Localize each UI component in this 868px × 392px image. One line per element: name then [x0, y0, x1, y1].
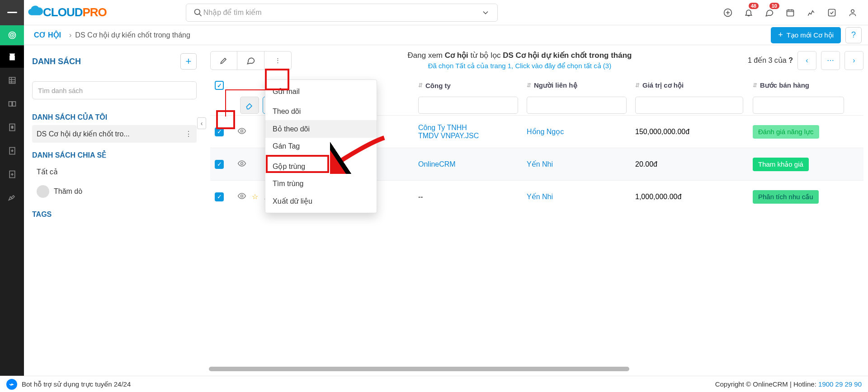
- filter-congty[interactable]: [418, 97, 518, 114]
- comment-tool[interactable]: [237, 51, 264, 70]
- eye-icon[interactable]: [237, 191, 246, 202]
- annotation-line-v: [225, 89, 226, 117]
- breadcrumb-sep: ›: [69, 31, 71, 39]
- rail-money-icon[interactable]: $: [0, 46, 24, 68]
- svg-rect-9: [9, 77, 15, 83]
- plus-circle-icon[interactable]: [722, 7, 733, 18]
- svg-rect-10: [9, 102, 12, 106]
- rail-compare-icon[interactable]: [0, 93, 24, 115]
- row-checkbox[interactable]: ✓: [215, 192, 224, 201]
- menu-follow[interactable]: Theo dõi: [265, 103, 377, 120]
- bell-badge: 48: [749, 3, 759, 9]
- help-button[interactable]: ?: [845, 27, 862, 43]
- sidebar-section-mine: DANH SÁCH CỦA TÔI: [32, 113, 197, 121]
- rail-target-icon[interactable]: [0, 25, 24, 45]
- select-all-link[interactable]: Đã chọn Tất cả của trang 1, Click vào đâ…: [292, 62, 748, 70]
- chat-badge: 10: [769, 3, 779, 9]
- sidebar-item-all[interactable]: Tất cả: [32, 163, 197, 181]
- footer-left: Bot hỗ trợ sử dụng trực tuyến 24/24: [22, 380, 131, 388]
- prev-page[interactable]: ‹: [797, 51, 816, 70]
- body: $ $ DANH SÁCH+ DANH SÁCH CỦA TÔI DS Cơ h…: [0, 45, 868, 376]
- page-options[interactable]: ⋯: [821, 51, 840, 70]
- breadcrumb-row: CƠ HỘI › DS Cơ hội dự kiến chốt trong th…: [0, 25, 868, 45]
- bell-icon[interactable]: 48: [743, 7, 754, 18]
- row-stage: Tham khảo giá: [753, 158, 809, 171]
- sidebar-section-shared: DANH SÁCH CHIA SẺ: [32, 151, 197, 159]
- calendar-icon[interactable]: [785, 7, 796, 18]
- svg-point-17: [241, 162, 243, 164]
- annotation-arrow: [330, 133, 389, 174]
- svg-point-7: [12, 35, 13, 36]
- sidebar-search[interactable]: [32, 81, 197, 99]
- range-text: 1 đến 3 của ?: [748, 56, 793, 65]
- chat-icon[interactable]: 10: [764, 7, 775, 18]
- row-company[interactable]: OnlineCRM: [418, 160, 527, 168]
- rail-upload-icon[interactable]: [0, 163, 24, 185]
- footer: Bot hỗ trợ sử dụng trực tuyến 24/24 Copy…: [0, 376, 868, 392]
- header-right: 1 đến 3 của ? ‹ ⋯ ›: [748, 51, 863, 70]
- select-all-checkbox[interactable]: ✓: [215, 81, 224, 90]
- sort-icon[interactable]: ⇵: [527, 82, 531, 89]
- svg-rect-3: [829, 9, 835, 16]
- filter-lienhe[interactable]: [527, 97, 627, 114]
- star-icon[interactable]: ☆: [252, 192, 258, 201]
- messenger-icon[interactable]: [6, 379, 17, 390]
- add-list-button[interactable]: +: [180, 53, 197, 70]
- logo[interactable]: CLOUDPRO: [28, 5, 107, 20]
- next-page[interactable]: ›: [844, 51, 863, 70]
- row-contact[interactable]: Hồng Ngọc: [527, 127, 635, 136]
- topbar: CLOUDPRO 48 10: [0, 0, 868, 25]
- rail-download-icon[interactable]: [0, 140, 24, 162]
- chevron-down-icon[interactable]: [480, 7, 491, 18]
- more-tool[interactable]: ⋮: [264, 51, 292, 70]
- sort-icon[interactable]: ⇵: [635, 82, 640, 89]
- eye-icon[interactable]: [237, 126, 246, 137]
- row-value: 1,000,000.00đ: [635, 193, 753, 201]
- menu-send-mail[interactable]: Gửi mail: [265, 83, 377, 100]
- edit-tool[interactable]: [210, 51, 237, 70]
- global-search[interactable]: [186, 4, 498, 22]
- clear-filters[interactable]: [240, 97, 259, 114]
- rail-grid-icon[interactable]: [0, 70, 24, 91]
- svg-point-0: [194, 9, 200, 14]
- row-checkbox[interactable]: ✓: [215, 160, 224, 169]
- row-checkbox[interactable]: ✓: [215, 127, 224, 136]
- create-button[interactable]: +Tạo mới Cơ hội: [771, 27, 841, 43]
- menu-export[interactable]: Xuất dữ liệu: [265, 192, 377, 210]
- svg-rect-2: [787, 10, 794, 16]
- search-input[interactable]: [203, 9, 480, 17]
- sidebar-item-current[interactable]: DS Cơ hội dự kiến chốt tro...⋮: [32, 125, 197, 143]
- eye-icon[interactable]: [237, 159, 246, 170]
- filter-buoc[interactable]: [753, 97, 844, 114]
- tasks-icon[interactable]: [826, 7, 837, 18]
- toolbar: ⋮ Đang xem Cơ hội từ bộ lọc DS Cơ hội dự…: [210, 51, 863, 70]
- header-center: Đang xem Cơ hội từ bộ lọc DS Cơ hội dự k…: [292, 51, 748, 70]
- sidebar-item-thamdo[interactable]: Thăm dò: [32, 181, 197, 202]
- row-company[interactable]: Công Ty TNHHTMDV VNPAY.JSC: [418, 124, 527, 140]
- row-stage: Phân tích nhu cầu: [753, 190, 819, 204]
- row-contact[interactable]: Yến Nhi: [527, 160, 635, 168]
- sidebar-title: DANH SÁCH+: [32, 53, 197, 70]
- sort-icon[interactable]: ⇵: [418, 82, 423, 89]
- filter-giatri[interactable]: [635, 97, 743, 114]
- nav-rail: $ $: [0, 45, 24, 376]
- svg-point-16: [241, 130, 243, 132]
- sidebar: DANH SÁCH+ DANH SÁCH CỦA TÔI DS Cơ hội d…: [24, 45, 205, 376]
- sidebar-section-tags: TAGS: [32, 210, 197, 219]
- more-dots-icon[interactable]: ⋮: [185, 130, 192, 138]
- rail-invoice-icon[interactable]: $: [0, 117, 24, 138]
- breadcrumb-main[interactable]: CƠ HỘI: [28, 25, 66, 45]
- rail-edit-icon[interactable]: [0, 187, 24, 209]
- row-company[interactable]: --: [418, 193, 527, 201]
- hamburger-menu[interactable]: [0, 0, 24, 25]
- horizontal-scrollbar[interactable]: [209, 367, 862, 371]
- row-stage: Đánh giá năng lực: [753, 125, 819, 139]
- menu-find-dup[interactable]: Tìm trùng: [265, 175, 377, 192]
- breadcrumb-sub: DS Cơ hội dự kiến chốt trong tháng: [75, 31, 190, 39]
- row-contact[interactable]: Yến Nhi: [527, 192, 635, 201]
- user-icon[interactable]: [847, 7, 858, 18]
- analytics-icon[interactable]: [806, 7, 816, 18]
- sort-icon[interactable]: ⇵: [753, 82, 757, 89]
- svg-point-18: [241, 195, 243, 197]
- search-icon: [193, 7, 203, 18]
